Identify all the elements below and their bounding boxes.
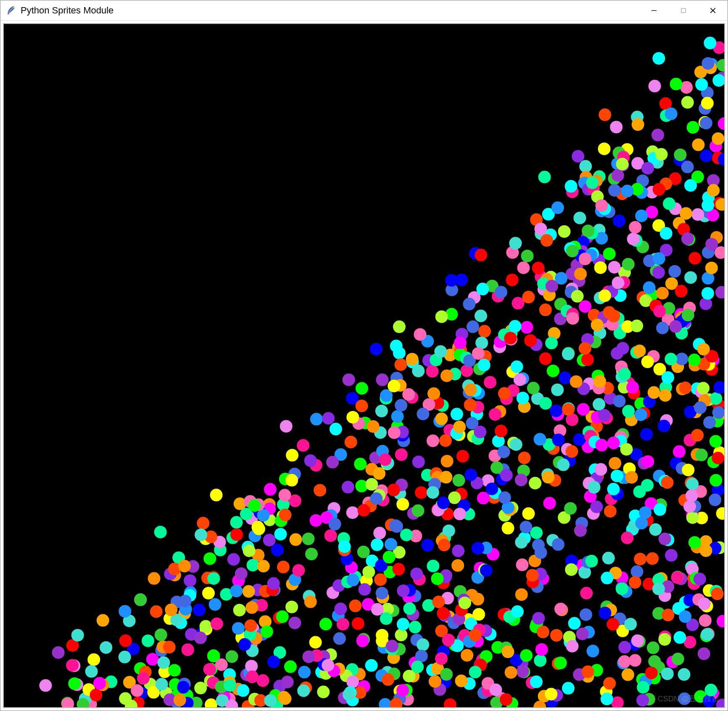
minimize-button[interactable] [639, 0, 669, 20]
titlebar[interactable]: Python Sprites Module [0, 0, 728, 21]
app-window: Python Sprites Module CSD [0, 0, 728, 711]
canvas-container: CSDN @五包辣条 [0, 21, 728, 711]
maximize-button[interactable] [669, 0, 698, 20]
close-button[interactable] [698, 0, 728, 20]
minimize-icon [651, 8, 657, 13]
maximize-icon [681, 8, 686, 13]
close-icon [710, 7, 716, 14]
canvas-border: CSDN @五包辣条 [3, 23, 725, 708]
window-title: Python Sprites Module [21, 5, 639, 16]
svg-rect-1 [681, 8, 686, 13]
window-controls [639, 0, 728, 20]
tk-feather-icon [5, 5, 16, 16]
sprite-canvas[interactable] [4, 24, 724, 707]
